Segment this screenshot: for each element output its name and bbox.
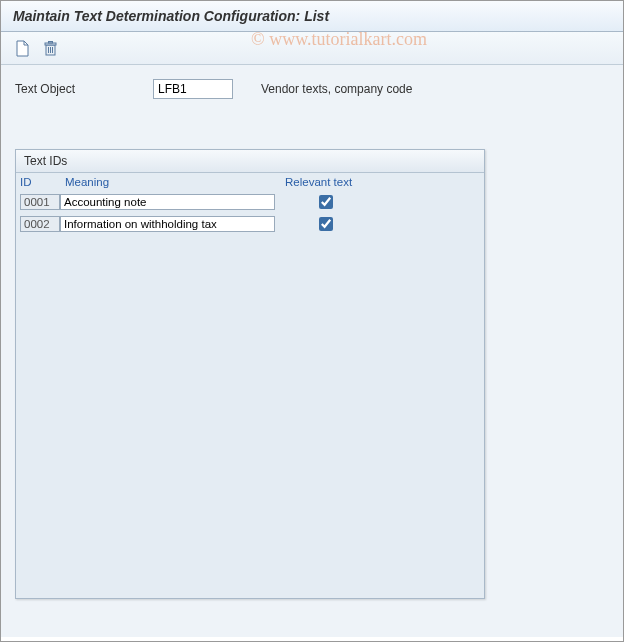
content-area: Text Object Vendor texts, company code T… — [1, 65, 623, 637]
column-header-relevant: Relevant text — [285, 176, 405, 188]
toolbar — [1, 32, 623, 65]
delete-button[interactable] — [39, 37, 61, 59]
page-title: Maintain Text Determination Configuratio… — [13, 8, 329, 24]
table-row — [16, 213, 484, 235]
id-cell-input[interactable] — [20, 194, 60, 210]
relevant-checkbox[interactable] — [319, 217, 333, 231]
column-header-meaning: Meaning — [65, 176, 285, 188]
text-object-label: Text Object — [15, 82, 145, 96]
relevant-checkbox[interactable] — [319, 195, 333, 209]
text-object-row: Text Object Vendor texts, company code — [15, 79, 609, 99]
new-document-button[interactable] — [11, 37, 33, 59]
svg-rect-5 — [48, 41, 52, 43]
page-icon — [15, 40, 30, 57]
text-ids-grid: ID Meaning Relevant text — [16, 173, 484, 235]
window-title-bar: Maintain Text Determination Configuratio… — [1, 1, 623, 32]
panel-title: Text IDs — [16, 150, 484, 173]
text-ids-panel: Text IDs ID Meaning Relevant text — [15, 149, 485, 599]
text-object-description: Vendor texts, company code — [261, 82, 412, 96]
meaning-cell-input[interactable] — [60, 216, 275, 232]
text-object-input[interactable] — [153, 79, 233, 99]
grid-header-row: ID Meaning Relevant text — [16, 173, 484, 191]
meaning-cell-input[interactable] — [60, 194, 275, 210]
column-header-id: ID — [20, 176, 65, 188]
table-row — [16, 191, 484, 213]
trash-icon — [43, 40, 58, 57]
id-cell-input[interactable] — [20, 216, 60, 232]
